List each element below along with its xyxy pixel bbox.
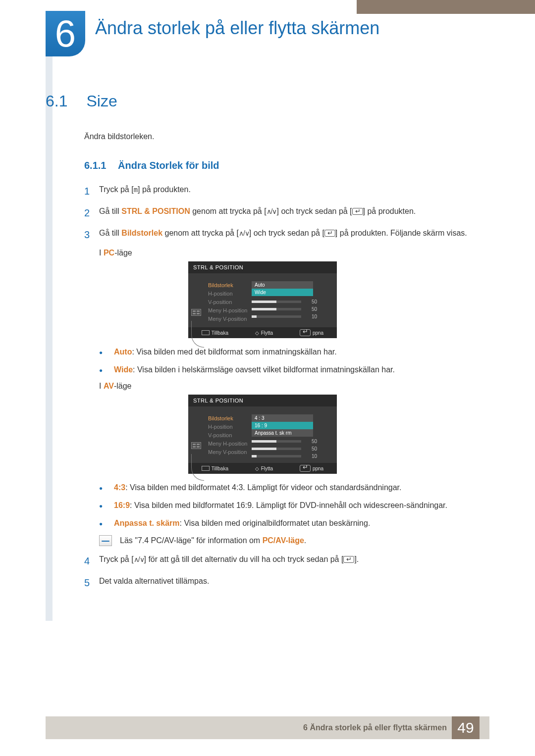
slider-value: 50: [305, 306, 317, 312]
header-accent-bar: [357, 0, 535, 14]
osd-title: STRL & POSITION: [188, 261, 337, 273]
subsection-title: Ändra Storlek för bild: [118, 160, 219, 171]
bullet-dot-icon: ●: [99, 346, 114, 358]
slider-value: 50: [305, 439, 317, 444]
text: ] på produkten. Följande skärm visas.: [335, 229, 467, 237]
bullet-dot-icon: ●: [99, 500, 114, 511]
slider-fill: [252, 308, 276, 310]
slider-fill: [252, 301, 276, 303]
footer-page-number: 49: [452, 716, 480, 739]
info-text: Läs "7.4 PC/AV-läge" för information om …: [120, 536, 306, 545]
highlight: PC: [104, 249, 114, 257]
osd-curve: [191, 454, 204, 481]
osd-slider-row: 50: [252, 306, 334, 312]
slider-value: 50: [305, 299, 317, 304]
osd-body: Bildstorlek H-position V-position Meny H…: [188, 273, 337, 327]
text: ppna: [313, 330, 323, 336]
bullet-item: ●Wide: Visa bilden i helskärmsläge oavse…: [99, 364, 482, 376]
text: ] och tryck sedan på [: [249, 229, 324, 237]
osd-category-icon: [191, 309, 201, 316]
highlight: 16:9: [114, 501, 130, 509]
text: ppna: [313, 466, 323, 471]
slider-track: [252, 308, 301, 310]
step-text: Det valda alternativet tillämpas.: [99, 575, 482, 591]
osd-option: Auto: [252, 281, 313, 289]
osd-body: Bildstorlek H-position V-position Meny H…: [188, 406, 337, 463]
step-number: 1: [84, 183, 99, 199]
highlight: 4:3: [114, 483, 125, 492]
bullet-text: 4:3: Visa bilden med bildformatet 4:3. L…: [114, 482, 482, 494]
text: ] på produkten.: [363, 207, 416, 215]
page-content: 6.1 Size Ändra bildstorleken. 6.1.1 Ändr…: [46, 92, 482, 597]
slider-track: [252, 301, 301, 303]
step-number: 4: [84, 553, 99, 569]
chapter-title: Ändra storlek på eller flytta skärmen: [95, 18, 379, 39]
osd-fkey-open: ppna: [300, 465, 323, 472]
osd-slider-row: 50: [252, 439, 334, 444]
step-text: Gå till Bildstorlek genom att trycka på …: [99, 227, 482, 243]
bullet-item: ●4:3: Visa bilden med bildformatet 4:3. …: [99, 482, 482, 494]
osd-screenshot-av: STRL & POSITION Bildstorlek H-position V…: [188, 395, 337, 474]
step-text: Tryck på [] för att gå till det alternat…: [99, 553, 482, 569]
step-1: 1 Tryck på [m] på produkten.: [84, 183, 482, 199]
highlight: Bildstorlek: [121, 229, 162, 237]
bullet-text: Auto: Visa bilden med det bildformat som…: [114, 346, 482, 358]
text: ] för att gå till det alternativ du vill…: [144, 555, 344, 563]
diamond-icon: ◇: [255, 330, 259, 336]
bullet-item: ●16:9: Visa bilden med bildformatet 16:9…: [99, 500, 482, 511]
highlight: AV: [104, 382, 114, 390]
osd-slider-row: 10: [252, 314, 334, 319]
chapter-number-badge: 6: [46, 11, 85, 56]
arrows-icon: [267, 206, 277, 217]
text: .: [304, 536, 306, 545]
osd-fkey-back: Tillbaka: [202, 465, 228, 472]
osd-label: V-position: [208, 298, 252, 306]
footer-stub: [480, 716, 489, 739]
enter-icon: [324, 230, 335, 237]
enter-icon: [300, 465, 311, 472]
osd-right-column: 4 : 3 16 : 9 Anpassa t. sk rm 50 50 10: [252, 410, 334, 459]
bullet-item: ●Anpassa t. skärm: Visa bilden med origi…: [99, 517, 482, 529]
step-number: 3: [84, 227, 99, 243]
bullet-list-av: ●4:3: Visa bilden med bildformatet 4:3. …: [99, 482, 482, 529]
osd-label: Meny H-position: [208, 306, 252, 315]
bullet-dot-icon: ●: [99, 517, 114, 529]
step-2: 2 Gå till STRL & POSITION genom att tryc…: [84, 205, 482, 221]
text: I: [99, 249, 104, 257]
slider-track: [252, 448, 301, 450]
step-4: 4 Tryck på [] för att gå till det altern…: [84, 553, 482, 569]
section-title: Size: [86, 92, 117, 110]
subsection-number: 6.1.1: [84, 160, 106, 171]
text: Tryck på [: [99, 185, 134, 194]
slider-value: 50: [305, 446, 317, 452]
osd-label: Bildstorlek: [208, 281, 252, 290]
bullet-dot-icon: ●: [99, 482, 114, 494]
text: ] och tryck sedan på [: [276, 207, 352, 215]
slider-value: 10: [305, 314, 317, 319]
step-text: Tryck på [m] på produkten.: [99, 183, 482, 199]
text: genom att trycka på [: [190, 207, 267, 215]
osd-labels: Bildstorlek H-position V-position Meny H…: [208, 281, 252, 323]
osd-left-column: Bildstorlek H-position V-position Meny H…: [188, 410, 252, 459]
subsection-heading: 6.1.1 Ändra Storlek för bild: [84, 160, 482, 171]
text: -läge: [114, 249, 132, 257]
slider-fill: [252, 448, 276, 450]
osd-option: 4 : 3: [252, 414, 313, 422]
text: Flytta: [261, 330, 273, 336]
text: : Visa bilden i helskärmsläge oavsett vi…: [133, 365, 395, 374]
note-icon: [99, 535, 112, 546]
osd-slider-row: 50: [252, 446, 334, 452]
osd-label: Meny V-position: [208, 448, 252, 456]
text: ] på produkten.: [138, 185, 191, 194]
osd-label: H-position: [208, 290, 252, 298]
text: Tillbaka: [212, 466, 228, 471]
step-number: 2: [84, 205, 99, 221]
osd-slider-row: 50: [252, 299, 334, 304]
highlight: STRL & POSITION: [121, 207, 190, 215]
text: : Visa bilden med bildformatet 4:3. Lämp…: [125, 483, 401, 492]
highlight: Auto: [114, 348, 132, 356]
text: I: [99, 382, 104, 390]
osd-labels: Bildstorlek H-position V-position Meny H…: [208, 414, 252, 456]
slider-fill: [252, 455, 257, 457]
steps-list: 1 Tryck på [m] på produkten. 2 Gå till S…: [84, 183, 482, 591]
